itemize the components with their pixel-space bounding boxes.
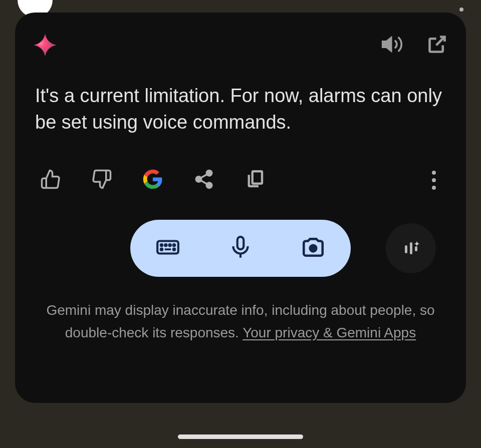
speaker-button[interactable] [381, 33, 403, 58]
android-nav-handle[interactable] [178, 434, 303, 439]
gemini-response-modal: It's a current limitation. For now, alar… [15, 13, 466, 403]
thumb-up-button[interactable] [40, 169, 61, 192]
gemini-spark-icon [33, 33, 58, 58]
svg-point-11 [161, 249, 162, 250]
ai-suggest-button[interactable] [386, 223, 436, 273]
google-button[interactable] [142, 169, 163, 192]
share-button[interactable] [193, 169, 214, 192]
svg-rect-5 [253, 172, 262, 184]
svg-line-3 [201, 181, 207, 184]
status-dot [459, 8, 463, 12]
action-row [33, 166, 448, 195]
modal-header [33, 33, 448, 58]
svg-point-8 [165, 245, 166, 246]
privacy-link[interactable]: Your privacy & Gemini Apps [243, 325, 416, 340]
microphone-button[interactable] [228, 235, 253, 262]
camera-button[interactable] [301, 235, 326, 262]
svg-point-15 [310, 245, 317, 252]
svg-rect-6 [157, 241, 178, 254]
input-pill [130, 220, 351, 277]
thumb-down-button[interactable] [91, 169, 112, 192]
svg-rect-16 [405, 245, 407, 253]
response-text: It's a current limitation. For now, alar… [33, 83, 448, 136]
svg-point-2 [206, 183, 212, 188]
keyboard-button[interactable] [155, 235, 180, 262]
more-button[interactable] [427, 166, 441, 195]
svg-point-10 [173, 245, 175, 246]
svg-rect-17 [410, 242, 412, 254]
action-left-group [40, 169, 266, 192]
svg-line-4 [201, 175, 207, 178]
disclaimer: Gemini may display inaccurate info, incl… [33, 299, 448, 344]
svg-point-0 [206, 171, 212, 176]
open-in-new-button[interactable] [426, 33, 448, 58]
copy-button[interactable] [245, 169, 266, 192]
svg-point-7 [161, 245, 162, 246]
svg-point-1 [196, 177, 201, 182]
header-icons [381, 33, 448, 58]
svg-point-12 [173, 249, 175, 250]
svg-point-9 [169, 245, 171, 246]
svg-rect-14 [237, 237, 244, 250]
svg-rect-18 [415, 246, 417, 251]
input-row [33, 220, 448, 277]
